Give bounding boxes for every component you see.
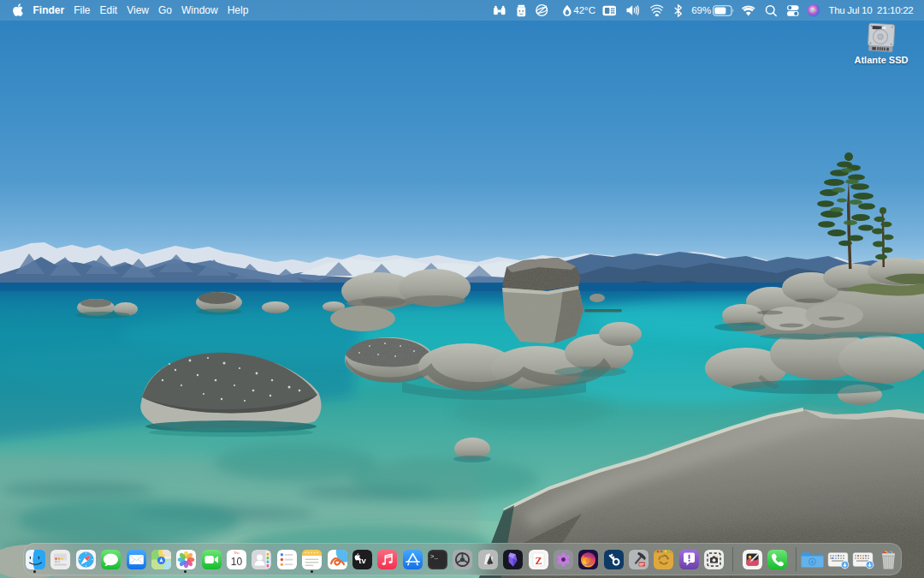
svg-text:>_: >_ [430, 552, 439, 559]
svg-text:tv: tv [358, 555, 366, 564]
svg-text:Thu: Thu [234, 551, 239, 555]
svg-text:Z: Z [535, 554, 542, 566]
svg-text:10: 10 [231, 555, 243, 567]
